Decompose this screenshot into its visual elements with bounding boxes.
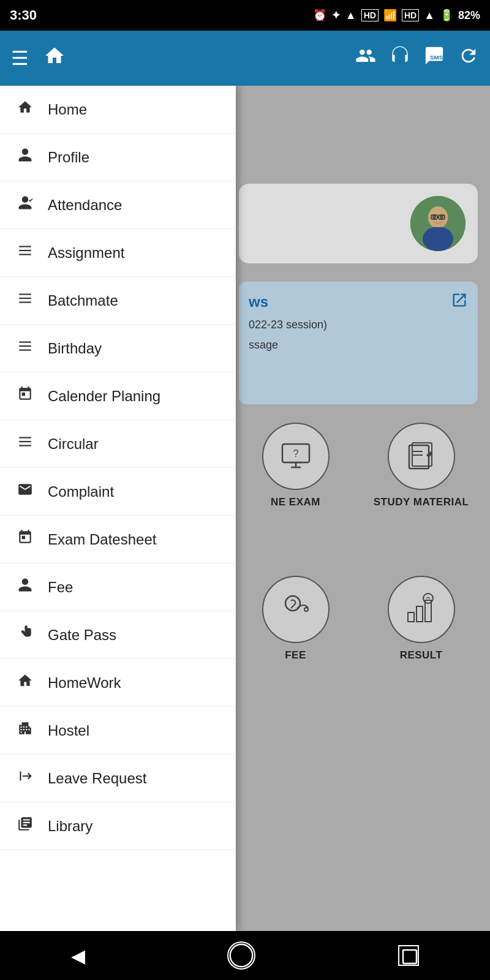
- sidebar-item-label-complaint: Complaint: [48, 483, 114, 500]
- external-link-icon[interactable]: [451, 292, 468, 312]
- birthday-icon: [15, 338, 36, 358]
- status-bar: 3:30 ⏰ ✦ ▲ HD 📶 HD ▲ 🔋 82%: [0, 0, 490, 31]
- bottom-navigation: ◀: [0, 931, 490, 980]
- app-bar-left: ☰: [11, 45, 66, 72]
- sidebar-item-label-assignment: Assignment: [48, 244, 124, 262]
- sms-icon[interactable]: SMS: [424, 45, 445, 71]
- news-header: ws: [249, 292, 468, 312]
- sidebar-item-label-exam-datesheet: Exam Datesheet: [48, 531, 156, 548]
- back-button[interactable]: ◀: [71, 945, 85, 967]
- avatar-svg: [410, 196, 466, 251]
- home-button[interactable]: [43, 45, 66, 72]
- leave-request-icon: [15, 768, 36, 788]
- sidebar-item-library[interactable]: Library: [0, 802, 236, 850]
- svg-rect-21: [408, 612, 414, 622]
- sidebar-item-label-attendance: Attendance: [48, 197, 122, 214]
- sidebar-item-label-library: Library: [48, 818, 92, 835]
- library-icon: [15, 816, 36, 836]
- sidebar-item-label-leave-request: Leave Request: [48, 770, 146, 787]
- fee-icon: [15, 577, 36, 597]
- sidebar-item-label-gate-pass: Gate Pass: [48, 627, 116, 644]
- news-message-text: ssage: [249, 339, 468, 352]
- status-time: 3:30: [10, 7, 37, 23]
- homework-icon: [15, 673, 36, 693]
- sidebar-item-batchmate[interactable]: Batchmate: [0, 277, 236, 325]
- feature-grid: ? NE EXAM STUDY MATERIAL: [239, 423, 478, 508]
- sidebar-item-label-profile: Profile: [48, 149, 89, 166]
- svg-rect-39: [403, 950, 417, 963]
- sidebar-item-attendance[interactable]: Attendance: [0, 181, 236, 229]
- sidebar-item-exam-datesheet[interactable]: Exam Datesheet: [0, 516, 236, 564]
- svg-point-38: [230, 944, 253, 967]
- people-icon[interactable]: [355, 45, 376, 71]
- sidebar-item-home[interactable]: Home: [0, 86, 236, 134]
- menu-button[interactable]: ☰: [11, 47, 29, 70]
- exam-datesheet-icon: [15, 529, 36, 549]
- sidebar-item-label-home: Home: [48, 101, 87, 118]
- svg-rect-28: [19, 293, 31, 295]
- profile-card: [239, 184, 478, 263]
- svg-point-24: [423, 594, 433, 603]
- sidebar-item-birthday[interactable]: Birthday: [0, 325, 236, 372]
- svg-rect-27: [19, 254, 31, 255]
- sidebar-item-assignment[interactable]: Assignment: [0, 229, 236, 277]
- svg-rect-33: [19, 349, 31, 350]
- home-icon: [43, 45, 66, 67]
- svg-rect-29: [19, 298, 31, 299]
- battery-icon: 🔋: [440, 9, 453, 22]
- sidebar-item-gate-pass[interactable]: Gate Pass: [0, 611, 236, 659]
- feature-grid2: FEE RESULT: [239, 576, 478, 662]
- result-feature[interactable]: RESULT: [364, 576, 478, 662]
- svg-point-3: [423, 227, 453, 251]
- svg-rect-30: [19, 301, 31, 303]
- online-exam-feature[interactable]: ? NE EXAM: [239, 423, 352, 508]
- status-icons: ⏰ ✦ ▲ HD 📶 HD ▲ 🔋 82%: [313, 9, 480, 22]
- study-material-icon: [388, 423, 455, 490]
- recent-apps-button[interactable]: [398, 945, 419, 966]
- svg-rect-26: [19, 250, 31, 251]
- circle-home-svg: [228, 941, 254, 970]
- headphone-icon[interactable]: [390, 45, 410, 71]
- hd-badge2: HD: [402, 9, 419, 21]
- sidebar-item-label-batchmate: Batchmate: [48, 292, 118, 309]
- svg-rect-32: [19, 345, 31, 347]
- signal2-icon: ▲: [424, 9, 435, 22]
- sidebar-item-homework[interactable]: HomeWork: [0, 659, 236, 707]
- svg-rect-34: [19, 437, 31, 438]
- sidebar-item-hostel[interactable]: Hostel: [0, 707, 236, 755]
- gate-pass-icon: [15, 625, 36, 645]
- online-exam-label: NE EXAM: [271, 496, 320, 508]
- study-material-feature[interactable]: STUDY MATERIAL: [364, 423, 478, 508]
- sidebar-item-circular[interactable]: Circular: [0, 420, 236, 468]
- result-label: RESULT: [400, 649, 443, 662]
- sidebar-item-label-hostel: Hostel: [48, 722, 89, 739]
- news-title: ws: [249, 293, 268, 311]
- refresh-icon[interactable]: [458, 45, 479, 71]
- batchmate-icon: [15, 290, 36, 311]
- sidebar-item-leave-request[interactable]: Leave Request: [0, 755, 236, 802]
- news-session-text: 022-23 session): [249, 318, 468, 331]
- sidebar-item-complaint[interactable]: Complaint: [0, 468, 236, 516]
- home-icon: [15, 99, 36, 119]
- fee-icon: [262, 576, 330, 643]
- sidebar-item-label-fee: Fee: [48, 579, 73, 596]
- fee-label: FEE: [285, 649, 306, 662]
- profile-icon: [15, 147, 36, 167]
- sidebar-item-calender-planing[interactable]: Calender Planing: [0, 372, 236, 420]
- avatar-image: [410, 196, 466, 251]
- battery-percent: 82%: [458, 9, 480, 22]
- signal-icon: 📶: [383, 9, 397, 22]
- sidebar-item-label-calender-planing: Calender Planing: [48, 388, 160, 405]
- alarm-icon: ⏰: [313, 9, 326, 22]
- app-bar: ☰ SMS: [0, 31, 490, 86]
- sidebar-item-profile[interactable]: Profile: [0, 134, 236, 181]
- online-exam-icon: ?: [262, 423, 330, 490]
- svg-rect-35: [19, 441, 31, 442]
- fee-feature[interactable]: FEE: [239, 576, 352, 662]
- home-nav-button[interactable]: [227, 941, 255, 970]
- svg-rect-22: [417, 606, 423, 622]
- calender-planing-icon: [15, 386, 36, 406]
- study-material-label: STUDY MATERIAL: [374, 496, 469, 508]
- news-section: ws 022-23 session) ssage: [239, 282, 478, 404]
- sidebar-item-fee[interactable]: Fee: [0, 564, 236, 611]
